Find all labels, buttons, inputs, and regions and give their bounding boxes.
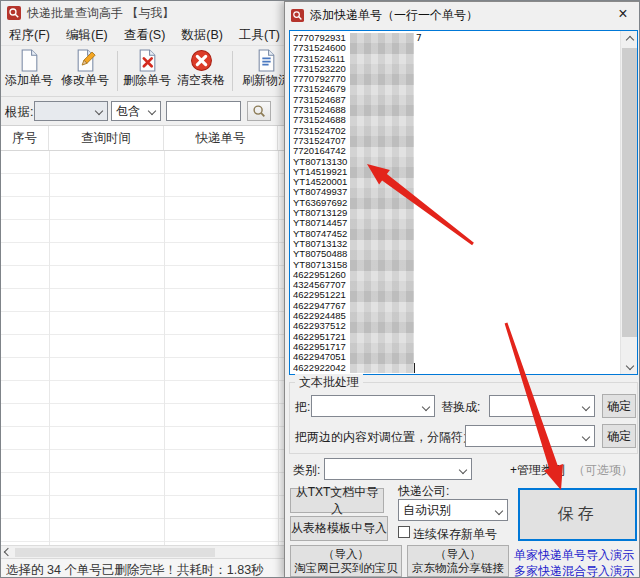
column-divider (164, 151, 165, 545)
dialog-titlebar: 添加快递单号（一行一个单号） × (285, 2, 640, 29)
single-company-demo-link[interactable]: 单家快递单号导入演示 (514, 547, 634, 564)
search-icon (250, 103, 268, 119)
line1-suffix: 7 (416, 33, 422, 43)
tracking-number-list: 7770792931773152460077315246117731523220… (293, 33, 619, 372)
replace-to-combobox[interactable] (489, 395, 595, 417)
toolbar-button-label: 修改单号 (59, 72, 111, 89)
tracking-numbers-textarea[interactable]: 7770792931773152460077315246117731523220… (289, 30, 638, 375)
column-header-tracking-number[interactable]: 快递单号 (164, 126, 278, 150)
import-taobao-button[interactable]: （导入） 淘宝网已买到的宝贝 (290, 545, 402, 577)
status-text: 选择的 34 个单号已删除完毕！共耗时：1.83秒 (6, 562, 264, 578)
chevron-down-icon (495, 507, 503, 515)
clear-table-icon (190, 49, 213, 72)
edit-document-icon (74, 49, 97, 72)
chevron-down-icon (95, 107, 103, 115)
app-icon (7, 6, 21, 20)
toolbar-separator (232, 51, 233, 91)
scroll-up-icon (625, 35, 633, 43)
censored-region (350, 33, 414, 373)
company-combobox[interactable]: 自动识别 (398, 499, 508, 521)
toolbar-button-label: 清空表格 (175, 72, 227, 89)
column-divider (49, 151, 50, 545)
edit-number-button[interactable]: 修改单号 (59, 48, 111, 95)
scrollbar-thumb[interactable] (622, 48, 637, 337)
import-jd-line1: （导入） (435, 547, 481, 561)
swap-separator-combobox[interactable] (465, 425, 595, 447)
add-numbers-dialog: 添加快递单号（一行一个单号） × 77707929317731524600773… (284, 1, 640, 578)
close-icon[interactable]: × (606, 2, 640, 28)
chevron-down-icon (582, 433, 590, 441)
import-template-button[interactable]: 从表格模板中导入 (290, 516, 388, 541)
vertical-scrollbar[interactable] (620, 31, 637, 374)
replace-from-combobox[interactable] (311, 395, 435, 417)
manage-category-link[interactable]: +管理类别 (510, 462, 565, 479)
replace-to-label: 替换成: (441, 399, 480, 416)
category-label: 类别: (293, 462, 320, 479)
scroll-left-icon (4, 548, 12, 556)
multi-company-demo-link[interactable]: 多家快递混合导入演示 (514, 563, 634, 578)
save-button[interactable]: 保存 (518, 488, 637, 541)
dialog-icon (291, 9, 304, 22)
add-document-icon (18, 49, 41, 72)
clear-table-button[interactable]: 清空表格 (175, 48, 227, 95)
menu-item[interactable]: 查看(S) (116, 25, 174, 46)
text-caret (414, 363, 415, 373)
tracking-number-line: 4622947051 (293, 352, 619, 362)
delete-number-button[interactable]: 删除单号 (121, 48, 173, 95)
refresh-logistics-icon (255, 49, 278, 72)
delete-document-icon (136, 49, 159, 72)
window-title: 快递批量查询高手 【与我】 (27, 5, 174, 22)
toolbar-separator (117, 51, 118, 91)
replace-confirm-button[interactable]: 确定 (602, 394, 636, 418)
search-input[interactable] (166, 101, 241, 121)
chevron-down-icon (422, 403, 430, 411)
filter-label: 根据: (5, 104, 33, 121)
menu-item[interactable]: 工具(T) (231, 25, 288, 46)
import-jd-line2: 京东物流分享链接 (412, 561, 504, 575)
category-combobox[interactable] (324, 458, 472, 480)
menu-item[interactable]: 编辑(E) (58, 25, 116, 46)
toolbar-button-label: 删除单号 (121, 72, 173, 89)
swap-label: 把两边的内容对调位置，分隔符为: (295, 429, 478, 446)
swap-confirm-button[interactable]: 确定 (602, 424, 636, 448)
optional-hint: （可选项） (573, 462, 633, 479)
import-taobao-line2: 淘宝网已买到的宝贝 (294, 561, 398, 575)
scrollbar-thumb[interactable] (15, 548, 215, 557)
column-header-index[interactable]: 序号 (1, 126, 49, 150)
continuous-save-label: 连续保存新单号 (413, 526, 497, 543)
chevron-down-icon (148, 107, 156, 115)
batch-group-legend: 文本批处理 (295, 374, 363, 391)
menu-item[interactable]: 程序(F) (1, 25, 58, 46)
column-divider (278, 151, 279, 545)
search-button[interactable] (247, 101, 271, 121)
filter-mode-combobox[interactable]: 包含 (111, 101, 161, 121)
replace-from-label: 把: (295, 399, 310, 416)
company-label: 快递公司: (398, 483, 449, 500)
add-number-button[interactable]: 添加单号 (3, 48, 55, 95)
filter-field-combobox[interactable] (34, 101, 108, 121)
chevron-down-icon (459, 466, 467, 474)
import-jd-button[interactable]: （导入） 京东物流分享链接 (407, 545, 509, 577)
tracking-number-line: YT80750488 (293, 249, 619, 259)
scroll-up-button[interactable] (621, 31, 638, 48)
column-header-query-time[interactable]: 查询时间 (49, 126, 164, 150)
import-txt-button[interactable]: 从TXT文档中导入 (290, 488, 384, 513)
scroll-down-icon (625, 361, 633, 369)
chevron-down-icon (582, 403, 590, 411)
dialog-title: 添加快递单号（一行一个单号） (310, 7, 478, 24)
menu-item[interactable]: 数据(B) (173, 25, 231, 46)
import-taobao-line1: （导入） (323, 547, 369, 561)
tracking-number-line: 4622922042 (293, 363, 619, 373)
screen: 快递批量查询高手 【与我】 程序(F)编辑(E)查看(S)数据(B)工具(T)公… (0, 0, 640, 578)
toolbar-button-label: 添加单号 (3, 72, 55, 89)
continuous-save-checkbox[interactable] (398, 526, 410, 538)
scroll-down-button[interactable] (621, 357, 638, 374)
